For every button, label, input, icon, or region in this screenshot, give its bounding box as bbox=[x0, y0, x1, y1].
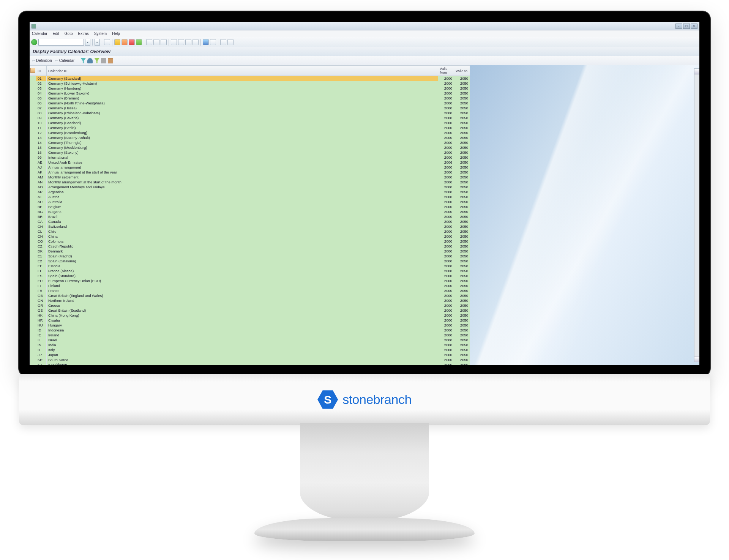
menu-goto[interactable]: Goto bbox=[65, 32, 73, 36]
table-row[interactable]: HRCroatia20002050 bbox=[30, 318, 470, 323]
table-row[interactable]: E1Spain (Madrid)20002050 bbox=[30, 254, 470, 259]
table-row[interactable]: 13Germany (Saxony-Anhalt)20002050 bbox=[30, 135, 470, 140]
minimize-button[interactable]: - bbox=[675, 24, 682, 29]
table-row[interactable]: E2Spain (Catalonia)20002050 bbox=[30, 259, 470, 263]
table-row[interactable]: HKChina (Hong Kong)20002050 bbox=[30, 313, 470, 318]
vertical-scrollbar[interactable] bbox=[694, 68, 699, 362]
table-row[interactable]: 99International20002050 bbox=[30, 155, 470, 160]
shortcut-icon[interactable] bbox=[210, 39, 216, 45]
table-row[interactable]: 08Germany (Rhineland-Palatinate)20002050 bbox=[30, 110, 470, 115]
table-row[interactable]: CZCzech Republic20002050 bbox=[30, 244, 470, 249]
table-row[interactable]: JPJapan20002050 bbox=[30, 352, 470, 357]
table-row[interactable]: AMMonthly settlement20002050 bbox=[30, 175, 470, 180]
table-row[interactable]: AUAustralia20002050 bbox=[30, 199, 470, 204]
refresh-icon[interactable] bbox=[136, 39, 142, 45]
table-row[interactable]: GRGreece20002050 bbox=[30, 303, 470, 308]
table-row[interactable]: GSGreat Britain (Scotland)20002050 bbox=[30, 308, 470, 313]
next-page-icon[interactable] bbox=[185, 39, 191, 45]
first-page-icon[interactable] bbox=[171, 39, 177, 45]
table-row[interactable]: ANMonthly arrangement at the start of th… bbox=[30, 180, 470, 185]
enter-icon[interactable] bbox=[31, 39, 37, 45]
table-row[interactable]: FRFrance20002050 bbox=[30, 288, 470, 293]
prev-page-icon[interactable] bbox=[178, 39, 184, 45]
table-row[interactable]: HUHungary20002050 bbox=[30, 323, 470, 328]
menu-calendar[interactable]: Calendar bbox=[32, 32, 47, 36]
history-button[interactable]: « bbox=[95, 39, 100, 46]
calendar-button[interactable]: Calendar bbox=[55, 58, 75, 63]
table-row[interactable]: IDIndonesia20002050 bbox=[30, 328, 470, 333]
assign-icon[interactable] bbox=[87, 58, 93, 63]
table-row[interactable]: EEEstonia20082050 bbox=[30, 263, 470, 268]
table-row[interactable]: CLChile20002050 bbox=[30, 229, 470, 234]
table-row[interactable]: ESSpain (Standard)20002050 bbox=[30, 273, 470, 278]
table-row[interactable]: 01Germany (Standard)20002050 bbox=[30, 76, 470, 81]
table-row[interactable]: ILIsrael20002050 bbox=[30, 338, 470, 342]
col-id[interactable]: ID bbox=[36, 66, 47, 76]
col-valid-from[interactable]: Valid from bbox=[438, 66, 454, 76]
legend-icon[interactable] bbox=[108, 58, 113, 63]
menu-help[interactable]: Help bbox=[112, 32, 120, 36]
table-row[interactable]: 09Germany (Bavaria)20002050 bbox=[30, 115, 470, 120]
table-row[interactable]: ELFrance (Alsace)20002050 bbox=[30, 268, 470, 273]
table-row[interactable]: AJAnnual arrangement20002050 bbox=[30, 165, 470, 170]
table-row[interactable]: 05Germany (Bremen)20002050 bbox=[30, 96, 470, 101]
table-row[interactable]: 12Germany (Brandenburg)20002050 bbox=[30, 130, 470, 135]
col-valid-to[interactable]: Valid to bbox=[454, 66, 470, 76]
table-row[interactable]: ATAustria20002050 bbox=[30, 194, 470, 199]
col-name[interactable]: Calendar ID bbox=[47, 66, 438, 76]
table-row[interactable]: 04Germany (Lower Saxony)20002050 bbox=[30, 91, 470, 96]
table-row[interactable]: ARArgentina20002050 bbox=[30, 189, 470, 194]
exit-icon[interactable] bbox=[122, 39, 128, 45]
command-dropdown[interactable]: ▾ bbox=[85, 39, 90, 46]
table-row[interactable]: CNChina20002050 bbox=[30, 234, 470, 239]
table-row[interactable]: 16Germany (Saxony)20002050 bbox=[30, 150, 470, 155]
table-row[interactable]: FIFinland20002050 bbox=[30, 283, 470, 288]
table-row[interactable]: KRSouth Korea20002050 bbox=[30, 357, 470, 362]
table-row[interactable]: INIndia20002050 bbox=[30, 342, 470, 347]
table-row[interactable]: CACanada20002050 bbox=[30, 219, 470, 224]
table-row[interactable]: EUEuropean Currency Union (ECU)20002050 bbox=[30, 278, 470, 283]
definition-button[interactable]: Definition bbox=[32, 58, 52, 63]
table-row[interactable]: DKDenmark20002050 bbox=[30, 249, 470, 254]
save-icon[interactable] bbox=[104, 39, 110, 45]
menu-edit[interactable]: Edit bbox=[53, 32, 59, 36]
maximize-button[interactable]: □ bbox=[683, 24, 690, 29]
table-row[interactable]: ITItaly20002050 bbox=[30, 347, 470, 352]
table-row[interactable]: GNNorthern Ireland20002050 bbox=[30, 298, 470, 303]
table-row[interactable]: AOArrangement Mondays and Fridays2000205… bbox=[30, 185, 470, 189]
layout-icon[interactable] bbox=[101, 58, 106, 63]
menu-extras[interactable]: Extras bbox=[78, 32, 89, 36]
table-row[interactable]: 11Germany (Berlin)20002050 bbox=[30, 125, 470, 130]
find-next-icon[interactable] bbox=[161, 39, 167, 45]
col-icon[interactable] bbox=[30, 66, 36, 76]
table-row[interactable]: CHSwitzerland20002050 bbox=[30, 224, 470, 229]
new-session-icon[interactable] bbox=[203, 39, 209, 45]
select-all-icon[interactable] bbox=[30, 68, 35, 73]
table-row[interactable]: BRBrazil20002050 bbox=[30, 214, 470, 219]
table-row[interactable]: AEUnited Arab Emirates20062050 bbox=[30, 160, 470, 165]
table-row[interactable]: KZKazakhstan20002050 bbox=[30, 362, 470, 365]
last-page-icon[interactable] bbox=[193, 39, 199, 45]
table-row[interactable]: 02Germany (Schleswig-Holstein)20002050 bbox=[30, 81, 470, 86]
filter2-icon[interactable] bbox=[94, 58, 99, 63]
table-row[interactable]: 07Germany (Hesse)20002050 bbox=[30, 106, 470, 110]
table-row[interactable]: BEBelgium20002050 bbox=[30, 204, 470, 209]
table-row[interactable]: 10Germany (Saarland)20002050 bbox=[30, 120, 470, 125]
table-row[interactable]: IEIreland20002050 bbox=[30, 333, 470, 338]
calendar-table[interactable]: ID Calendar ID Valid from Valid to 01Ger… bbox=[30, 65, 470, 365]
table-row[interactable]: COColombia20002050 bbox=[30, 239, 470, 244]
table-row[interactable]: GBGreat Britain (England and Wales)20002… bbox=[30, 293, 470, 298]
filter-icon[interactable] bbox=[80, 58, 86, 63]
menu-system[interactable]: System bbox=[94, 32, 107, 36]
table-row[interactable]: 06Germany (North Rhine-Westphalia)200020… bbox=[30, 101, 470, 106]
table-row[interactable]: 14Germany (Thuringia)20002050 bbox=[30, 140, 470, 145]
close-button[interactable]: × bbox=[691, 24, 697, 29]
cancel-icon[interactable] bbox=[129, 39, 135, 45]
table-row[interactable]: BGBulgaria20002050 bbox=[30, 209, 470, 214]
table-row[interactable]: 15Germany (Mecklenburg)20002050 bbox=[30, 145, 470, 150]
find-icon[interactable] bbox=[153, 39, 159, 45]
customize-icon[interactable] bbox=[227, 39, 234, 45]
command-field[interactable] bbox=[38, 39, 84, 46]
table-row[interactable]: AKAnnual arrangement at the start of the… bbox=[30, 170, 470, 175]
table-row[interactable]: 03Germany (Hamburg)20002050 bbox=[30, 86, 470, 91]
